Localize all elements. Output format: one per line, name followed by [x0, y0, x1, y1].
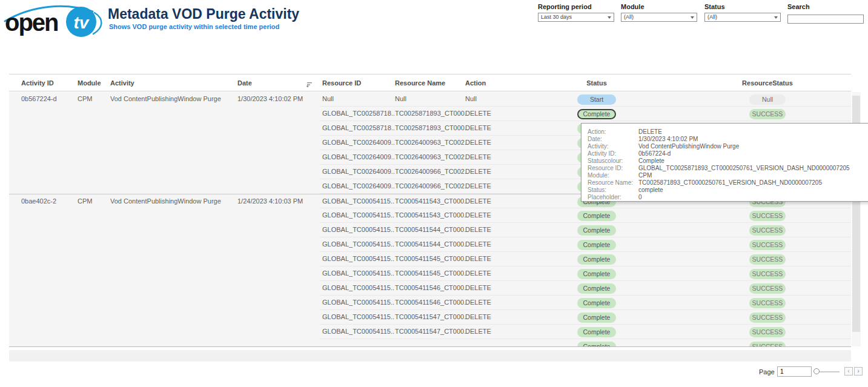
status-value: (All) — [707, 14, 717, 20]
cell-action: DELETE — [465, 211, 491, 219]
page-title: Metadata VOD Purge Activity — [108, 6, 299, 22]
cell-action: Null — [465, 95, 477, 102]
tooltip-field-label: Statuscolour: — [588, 157, 638, 165]
cell-action: DELETE — [465, 168, 491, 175]
resource-status-badge[interactable]: SUCCESS — [749, 327, 786, 337]
cell-resource-id: GLOBAL_TC00054115.. — [322, 240, 394, 248]
reporting-period-value: Last 30 days — [541, 14, 572, 20]
status-badge[interactable]: Complete — [577, 327, 616, 337]
next-page-button[interactable]: › — [854, 367, 863, 375]
column-header-resource-id[interactable]: Resource ID — [322, 79, 361, 87]
cell-resource-id: GLOBAL_TC00054115.. — [322, 299, 394, 306]
status-badge[interactable]: Start — [577, 94, 616, 105]
page-number-input[interactable] — [777, 366, 812, 377]
cell-action: DELETE — [465, 270, 491, 277]
tooltip-field-label: Resource Name: — [588, 179, 638, 187]
resource-status-badge[interactable]: SUCCESS — [749, 240, 786, 250]
status-badge[interactable]: Complete — [577, 342, 616, 347]
status-badge[interactable]: Complete — [577, 225, 616, 236]
cell-resource-name: Null — [395, 95, 406, 102]
column-header-activity[interactable]: Activity — [110, 79, 134, 87]
module-value: (All) — [624, 14, 634, 20]
column-header-resource-status[interactable]: ResourceStatus — [742, 79, 793, 87]
table-row[interactable]: GLOBAL_TC00054115..TC0005411546_CT000..D… — [9, 296, 851, 310]
tooltip-field-label: Action: — [588, 128, 638, 136]
status-badge[interactable]: Complete — [577, 298, 616, 308]
resource-status-badge[interactable]: SUCCESS — [749, 313, 786, 323]
cell-resource-id: Null — [322, 95, 334, 102]
tooltip-row: Module:CPM — [588, 172, 868, 179]
tooltip-row: Date:1/30/2023 4:10:02 PM — [588, 136, 868, 143]
resource-status-badge[interactable]: Null — [749, 94, 786, 105]
module-label: Module — [621, 3, 697, 10]
resource-status-badge[interactable]: SUCCESS — [749, 109, 786, 119]
module-select[interactable]: (All) — [621, 13, 697, 22]
page-slider-thumb[interactable] — [813, 368, 820, 374]
table-row[interactable]: GLOBAL_TC00054115..TC0005411546_CT000..D… — [9, 281, 851, 296]
page-subtitle: Shows VOD purge activity within selected… — [109, 23, 279, 30]
cell-resource-id: GLOBAL_TC00054115.. — [322, 313, 394, 320]
status-label: Status — [704, 3, 781, 10]
status-badge[interactable]: Complete — [577, 313, 616, 323]
table-row[interactable]: GLOBAL_TC00054115..TC0005411544_CT000..D… — [9, 237, 851, 252]
tooltip-row: Resource ID:GLOBAL_TC0025871893_CT000025… — [588, 165, 868, 172]
sort-descending-icon[interactable] — [306, 80, 313, 91]
cell-activity: Vod ContentPublishingWindow Purge — [110, 197, 221, 205]
filter-module: Module (All) — [621, 3, 697, 22]
resource-status-badge[interactable]: SUCCESS — [749, 269, 786, 279]
cell-resource-name: TC0005411545_CT000.. — [395, 270, 468, 277]
status-badge[interactable]: Complete — [577, 109, 616, 119]
table-row[interactable]: GLOBAL_TC00054115..TC0005411547_CT000..D… — [9, 310, 851, 325]
resource-status-badge[interactable]: SUCCESS — [749, 225, 786, 236]
column-header-status[interactable]: Status — [586, 79, 607, 87]
table-row[interactable]: GLOBAL_TC00258718..TC0025871893_CT000..D… — [9, 107, 851, 121]
table-row[interactable]: GLOBAL_TC00054115..TC0005411545_CT000..D… — [9, 266, 851, 281]
column-header-module[interactable]: Module — [78, 79, 101, 87]
cell-action: DELETE — [465, 255, 491, 262]
cell-action: DELETE — [465, 153, 491, 160]
search-input[interactable] — [787, 15, 864, 24]
cell-action: DELETE — [465, 284, 491, 291]
table-row[interactable]: 0b567224-dCPMVod ContentPublishingWindow… — [9, 92, 851, 107]
tooltip-field-value: TC0025871893_CT0000250761_VERSION_DASH_N… — [638, 179, 822, 186]
page-slider-track[interactable] — [818, 371, 840, 372]
table-row[interactable]: GLOBAL_TC00054115..TC0005411543_CT000..D… — [9, 208, 851, 223]
resource-status-badge[interactable]: SUCCESS — [749, 283, 786, 294]
column-header-action[interactable]: Action — [465, 79, 486, 87]
table-row[interactable]: GLOBAL_TC00054115..TC0005411545_CT000..D… — [9, 252, 851, 266]
table-row[interactable]: GLOBAL_TC00054115..TC0005411547_CT000..D… — [9, 325, 851, 339]
row-detail-tooltip: Action:DELETEDate:1/30/2023 4:10:02 PMAc… — [581, 123, 868, 202]
resource-status-badge[interactable]: SUCCESS — [749, 254, 786, 265]
cell-resource-id: GLOBAL_TC00054115.. — [322, 255, 394, 262]
status-select[interactable]: (All) — [704, 13, 781, 22]
tooltip-row: Status:complete — [588, 187, 868, 194]
reporting-period-select[interactable]: Last 30 days — [538, 13, 614, 22]
status-badge[interactable]: Complete — [577, 254, 616, 265]
status-badge[interactable]: Complete — [577, 269, 616, 279]
resource-status-badge[interactable]: SUCCESS — [749, 342, 786, 347]
cell-resource-name: TC0026400966_TC002.. — [395, 182, 468, 190]
previous-page-button[interactable]: ‹ — [844, 367, 853, 375]
cell-action: DELETE — [465, 240, 491, 248]
column-header-activity-id[interactable]: Activity ID — [21, 79, 54, 87]
status-badge[interactable]: Complete — [577, 240, 616, 250]
column-header-date[interactable]: Date — [237, 79, 252, 87]
cell-resource-id: GLOBAL_TC00264009.. — [322, 168, 395, 175]
resource-status-badge[interactable]: SUCCESS — [749, 298, 786, 308]
cell-action: DELETE — [465, 226, 491, 233]
filter-search: Search — [787, 3, 864, 24]
table-row[interactable]: CompleteSUCCESS — [9, 339, 851, 346]
cell-action: DELETE — [465, 328, 491, 335]
search-label: Search — [787, 3, 864, 10]
table-footer-strip — [9, 350, 851, 362]
cell-resource-name: TC0005411546_CT000.. — [395, 299, 468, 306]
table-row[interactable]: GLOBAL_TC00054115..TC0005411544_CT000..D… — [9, 223, 851, 237]
column-header-resource-name[interactable]: Resource Name — [395, 79, 445, 87]
status-badge[interactable]: Complete — [577, 283, 616, 294]
cell-resource-id: GLOBAL_TC00258718.. — [322, 124, 395, 131]
tooltip-row: Placeholder:0 — [588, 194, 868, 201]
tooltip-field-value: CPM — [638, 172, 652, 179]
status-badge[interactable]: Complete — [577, 211, 616, 221]
tooltip-field-value: DELETE — [638, 128, 662, 135]
resource-status-badge[interactable]: SUCCESS — [749, 211, 786, 221]
